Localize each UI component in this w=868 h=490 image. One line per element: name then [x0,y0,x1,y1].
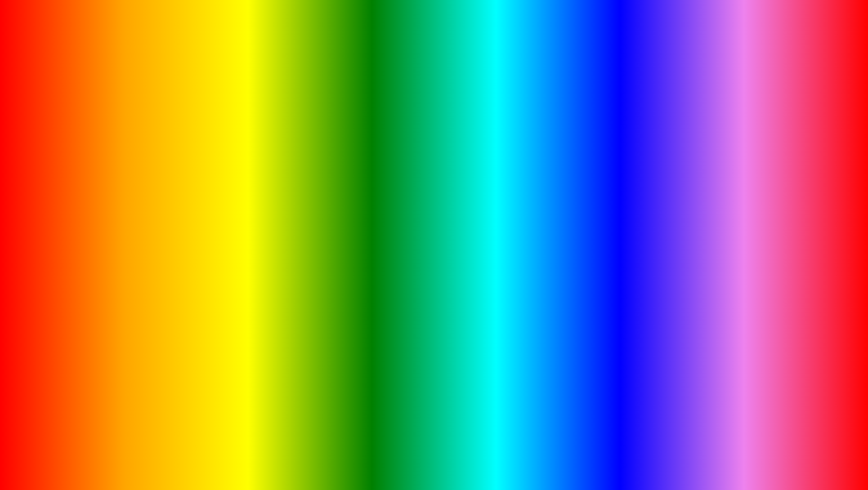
dollar-icon: $ [764,94,784,135]
svg-point-53 [762,191,769,196]
like-stat: 👍 92% [737,252,758,259]
svg-point-52 [774,183,777,185]
bags-toggle[interactable] [295,133,305,138]
equips-section: Equips 🏆 Reequip pets Reequip pets Save … [302,187,374,292]
mobile-line: MOBILE ✓ [40,192,238,234]
svg-rect-13 [631,379,645,410]
android-line: ANDROID ✓ [40,234,238,275]
svg-point-8 [636,315,643,323]
bunny-card: [ 🐰 EASTER] Pet Simulator X! 🐾 👍 92% 👤 2… [702,138,828,264]
bottom-title: UPDATE EASTER SCRIPT PASTEBIN [4,417,864,468]
hardcore-label: Hard core mode(12x) [302,274,344,279]
auto-golden-toggle[interactable] [341,280,352,285]
sidebar-gui[interactable]: Gui 🖥️ [71,158,107,165]
auto-rb-label: Auto make rb [302,286,338,291]
roblox-character [604,284,694,419]
gifts-label: Auto free gifts [260,155,305,160]
auto-daycare-toggle[interactable] [216,276,227,282]
equips-header: Equips 🏆 [302,187,374,193]
bunny-card-title: [ 🐰 EASTER] Pet Simulator X! 🐾 [708,242,823,250]
svg-rect-12 [669,336,685,372]
bottom-easter: EASTER [274,417,465,468]
collect-header: Collect 🎯 [285,126,305,131]
sidebar-pets[interactable]: Pets 🐾 [71,134,107,141]
mobile-text: MOBILE ✓ ANDROID ✓ [40,192,238,275]
svg-rect-31 [590,393,600,417]
bunny-stats: 👍 92% 👤 256.3K [708,252,823,259]
title-x: X [665,13,705,79]
settings-header: Settings ⚙️ [281,164,305,169]
bunny-image [704,140,827,239]
auto-rb-toggle[interactable] [340,286,351,291]
mobile-label: MOBILE [40,192,179,234]
title-sim: SIMUL [297,13,483,79]
android-checkmark: ✓ [212,236,238,273]
bottom-update: UPDATE [71,417,275,468]
autofarm-header: Auto farm 🌾 [111,126,137,131]
enchant-label: Enchant [302,247,338,252]
autofarm-toggle[interactable] [136,163,148,169]
sidebar-visual[interactable]: Visual 👁️ [71,150,107,157]
chest-dropdown[interactable]: Magma Chest [136,146,181,152]
bags-label: Auto collect bags [247,136,292,141]
svg-rect-11 [613,336,628,372]
bottom-pastebin: PASTEBIN [608,428,797,465]
bunny-info: [ 🐰 EASTER] Pet Simulator X! 🐾 👍 92% 👤 2… [704,239,827,263]
autofarm-label: Auto farm [111,164,133,169]
orbs-label: Auto collect orbs [260,147,305,151]
hardcore-toggle[interactable] [347,273,358,279]
sidebar-boosts[interactable]: Boosts 🔥 [71,142,107,149]
svg-rect-65 [754,147,777,150]
orbs-toggle[interactable] [295,139,305,144]
mobile-checkmark: ✓ [184,195,210,232]
svg-point-37 [708,215,724,231]
svg-point-51 [756,183,759,185]
svg-rect-18 [669,369,685,375]
sidebar-spoofer[interactable]: Spoofer 🎭 [71,166,107,173]
auto-daycare-label: Auto daycare [178,277,214,282]
enchant-level-label: Ecnhant level [302,254,338,259]
svg-rect-16 [651,408,667,416]
area-dropdown[interactable]: Kawaii Village [136,154,181,161]
sidebar-main[interactable]: Main 🎮 [71,126,107,133]
svg-point-60 [781,205,799,218]
auto-fure-label: Auto Fure 🌟 [178,283,214,288]
svg-rect-15 [630,408,646,416]
svg-point-54 [743,189,756,198]
value-btn[interactable]: Value [340,205,358,212]
auto-enchant-label: Auto enchant [302,240,338,245]
svg-point-35 [711,147,729,165]
svg-marker-22 [569,325,580,335]
svg-marker-23 [588,325,599,335]
area-label: Area [111,155,133,160]
enchant-dropdown[interactable]: Strength [340,246,362,253]
bottom-script: SCRIPT [465,428,608,465]
svg-rect-30 [576,393,586,417]
reequip-btn[interactable]: Reequip pets [340,196,373,203]
panel-fg-title: Cloud hub | Psx [133,178,374,184]
title-ula: ATOR [483,13,664,79]
auto-golden-label: Auto make golden [302,280,338,285]
auto-enchant-toggle[interactable] [340,240,351,245]
svg-point-59 [732,205,750,218]
sidebar-booth[interactable]: Booth Sniper [71,183,107,189]
enchant-header: Auto enchant ✨ [302,233,374,239]
svg-rect-21 [573,334,603,360]
save-equips-btn[interactable]: Save my equips [340,215,374,227]
svg-point-58 [756,151,761,156]
users-stat: 👤 256.3K [766,252,794,259]
type-dropdown[interactable]: Multi Target [136,135,181,142]
save-equips-label: Save my equips [302,218,338,223]
enchant-level-dropdown[interactable]: 1 [340,254,348,260]
svg-rect-28 [562,362,574,388]
background-scene: $ PET SIMULATOR X MOBILE ✓ ANDROID ✓ Clo… [4,4,864,486]
sidebar-mastery[interactable]: Mastery ⚡ [71,174,107,181]
svg-point-55 [775,189,787,198]
android-label: ANDROID [40,234,207,275]
convert-header: Auto convert 🔄 [302,267,374,272]
svg-point-38 [805,209,824,228]
svg-point-64 [795,173,808,178]
title-pet: PET [164,13,297,79]
svg-rect-14 [652,379,666,410]
chest-label: Chest [111,147,133,151]
